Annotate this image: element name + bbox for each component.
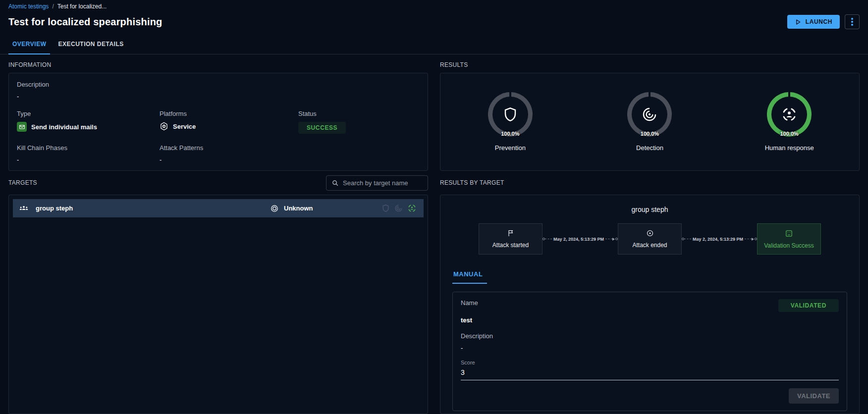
results-by-target-card: group steph Attack started May 2, 2024, … xyxy=(440,195,860,414)
timeline-connector: May 2, 2024, 5:13:29 PM xyxy=(542,237,618,242)
tab-execution-details[interactable]: EXECUTION DETAILS xyxy=(54,35,127,54)
type-value: Send individual mails xyxy=(31,123,97,131)
expectation-name-label: Name xyxy=(461,299,478,307)
timeline-step-label: Attack started xyxy=(492,242,529,249)
status-badge: SUCCESS xyxy=(298,122,346,134)
attack-patterns-label: Attack Patterns xyxy=(160,144,298,152)
validation-icon xyxy=(785,229,793,238)
results-by-target-section-title: RESULTS BY TARGET xyxy=(440,179,504,186)
gauge-label: Human response xyxy=(765,144,814,152)
targets-card: group steph Unknown xyxy=(8,195,428,414)
group-icon xyxy=(19,204,29,213)
kill-chain-phases-value: - xyxy=(17,156,160,163)
breadcrumb-current: Test for localized... xyxy=(57,3,107,10)
tab-manual[interactable]: MANUAL xyxy=(452,270,487,284)
timeline-step-validation-success: Validation Success xyxy=(757,223,821,255)
gauge-value: 100.0% xyxy=(767,131,812,137)
gauge-label: Prevention xyxy=(495,144,526,152)
kill-chain-phases-label: Kill Chain Phases xyxy=(17,144,160,152)
gauge-prevention: 100.0% Prevention xyxy=(440,92,580,152)
launch-button[interactable]: LAUNCH xyxy=(787,15,840,29)
play-icon xyxy=(795,19,801,25)
results-card: 100.0% Prevention 100.0% Detection xyxy=(440,73,860,171)
gauge-detection: 100.0% Detection xyxy=(580,92,720,152)
detection-icon xyxy=(627,92,672,137)
status-label: Status xyxy=(298,110,420,117)
unknown-platform-icon xyxy=(270,204,279,213)
target-platform-value: Unknown xyxy=(284,205,313,212)
timeline-step-attack-ended: Attack ended xyxy=(618,223,682,255)
more-options-button[interactable] xyxy=(845,14,860,29)
service-platform-icon xyxy=(160,122,168,131)
gauge-value: 100.0% xyxy=(627,131,672,137)
arrow-icon xyxy=(612,238,615,241)
expectation-description-value: - xyxy=(461,344,839,352)
timeline-step-label: Attack ended xyxy=(632,242,667,249)
page-title: Test for localized spearphishing xyxy=(8,16,163,28)
timeline-step-attack-started: Attack started xyxy=(479,223,542,255)
target-name: group steph xyxy=(36,205,270,212)
search-icon xyxy=(331,179,339,187)
human-response-icon xyxy=(767,92,812,137)
gauge-label: Detection xyxy=(636,144,663,152)
description-value: - xyxy=(17,93,420,100)
flag-icon xyxy=(507,229,515,237)
timeline-step-label: Validation Success xyxy=(764,242,814,249)
timeline-date: May 2, 2024, 5:13:29 PM xyxy=(552,237,605,242)
tab-bar: OVERVIEW EXECUTION DETAILS xyxy=(0,35,868,54)
targets-section-title: TARGETS xyxy=(8,179,37,186)
validated-badge: VALIDATED xyxy=(778,299,839,312)
results-section-title: RESULTS xyxy=(440,61,860,68)
shield-icon xyxy=(488,92,533,137)
breadcrumb-link-atomic-testings[interactable]: Atomic testings xyxy=(8,3,49,10)
score-input[interactable] xyxy=(461,367,839,380)
timeline-connector: May 2, 2024, 5:13:29 PM xyxy=(682,237,757,242)
arrow-icon xyxy=(752,238,754,241)
type-label: Type xyxy=(17,110,160,117)
timeline-date: May 2, 2024, 5:13:29 PM xyxy=(691,237,745,242)
target-search xyxy=(326,175,428,191)
kebab-icon xyxy=(851,18,853,26)
platforms-label: Platforms xyxy=(160,110,298,117)
information-section-title: INFORMATION xyxy=(8,61,428,68)
validate-button[interactable]: VALIDATE xyxy=(789,388,839,404)
results-target-name: group steph xyxy=(452,206,847,213)
launch-button-label: LAUNCH xyxy=(806,18,832,25)
score-label: Score xyxy=(461,360,839,365)
target-row-group-steph[interactable]: group steph Unknown xyxy=(13,199,424,217)
expectation-card: Name VALIDATED test Description - Score … xyxy=(452,292,847,411)
gauge-value: 100.0% xyxy=(488,131,533,137)
description-label: Description xyxy=(17,81,420,88)
tab-overview[interactable]: OVERVIEW xyxy=(8,35,50,54)
expectation-description-label: Description xyxy=(461,332,839,340)
information-card: Description - Type Send individual mails… xyxy=(8,73,428,171)
target-icon xyxy=(646,229,654,237)
execution-timeline: Attack started May 2, 2024, 5:13:29 PM A… xyxy=(452,223,847,255)
detection-result-icon xyxy=(394,204,403,212)
prevention-result-icon xyxy=(381,204,390,212)
search-input[interactable] xyxy=(343,179,423,187)
gauge-human-response: 100.0% Human response xyxy=(719,92,859,152)
breadcrumb: Atomic testings / Test for localized... xyxy=(8,3,860,10)
human-response-result-icon xyxy=(407,204,417,213)
email-icon xyxy=(17,122,27,132)
platforms-value: Service xyxy=(173,123,196,130)
breadcrumb-separator: / xyxy=(52,3,54,10)
attack-patterns-value: - xyxy=(160,156,298,163)
expectation-name-value: test xyxy=(461,316,839,324)
